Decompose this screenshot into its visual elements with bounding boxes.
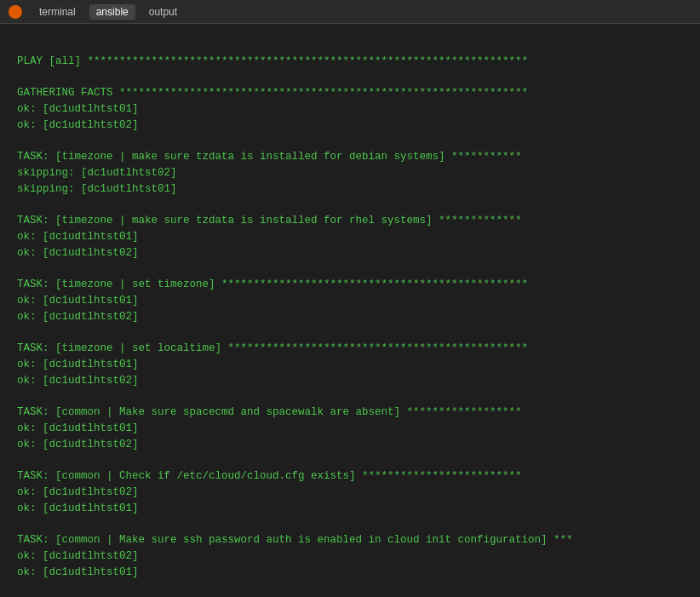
terminal-line	[17, 198, 683, 214]
terminal-line: ok: [dc1udtlhtst02]	[17, 437, 683, 453]
top-bar-tabs: terminal ansible output	[32, 4, 184, 20]
terminal-line: ok: [dc1udtlhtst01]	[17, 101, 683, 118]
terminal-line: ok: [dc1udtlhtst01]	[17, 293, 683, 309]
tab-ansible[interactable]: ansible	[89, 4, 135, 20]
terminal-line: ok: [dc1udtlhtst02]	[17, 373, 683, 389]
terminal-line	[17, 134, 683, 150]
terminal-line	[17, 261, 683, 278]
tab-terminal[interactable]: terminal	[32, 4, 83, 20]
terminal-line: ok: [dc1udtlhtst02]	[17, 548, 683, 565]
terminal-line: TASK: [common | Make sure spacecmd and s…	[17, 405, 683, 421]
terminal-line: GATHERING FACTS ************************…	[17, 85, 683, 101]
terminal-body: PLAY [all] *****************************…	[0, 24, 700, 597]
app-icon	[9, 5, 22, 19]
terminal-line	[17, 389, 683, 405]
terminal-line: ok: [dc1udtlhtst01]	[17, 421, 683, 437]
terminal-line	[17, 581, 683, 597]
terminal-line: ok: [dc1udtlhtst02]	[17, 118, 683, 134]
terminal-line: PLAY [all] *****************************…	[17, 54, 683, 70]
terminal-line: ok: [dc1udtlhtst02]	[17, 245, 683, 261]
terminal-line: TASK: [timezone | set timezone] ********…	[17, 277, 683, 293]
terminal-line	[17, 37, 683, 54]
terminal-line	[17, 70, 683, 86]
terminal-line	[17, 453, 683, 469]
terminal-line: TASK: [timezone | set localtime] *******…	[17, 341, 683, 357]
tab-output[interactable]: output	[142, 4, 184, 20]
terminal-line: skipping: [dc1udtlhtst02]	[17, 165, 683, 181]
terminal-line	[17, 517, 683, 533]
terminal-line: ok: [dc1udtlhtst02]	[17, 485, 683, 501]
terminal-line: ok: [dc1udtlhtst01]	[17, 501, 683, 517]
terminal-line: TASK: [common | Make sure ssh password a…	[17, 532, 683, 548]
terminal-line: ok: [dc1udtlhtst01]	[17, 565, 683, 581]
terminal-line: TASK: [timezone | make sure tzdata is in…	[17, 213, 683, 229]
terminal-line: ok: [dc1udtlhtst01]	[17, 229, 683, 245]
terminal-line: skipping: [dc1udtlhtst01]	[17, 181, 683, 198]
top-bar: terminal ansible output	[0, 0, 700, 24]
terminal-line: TASK: [common | Check if /etc/cloud/clou…	[17, 468, 683, 485]
terminal-line	[17, 325, 683, 342]
terminal-line: ok: [dc1udtlhtst01]	[17, 357, 683, 373]
terminal-line: TASK: [timezone | make sure tzdata is in…	[17, 149, 683, 165]
terminal-line: ok: [dc1udtlhtst02]	[17, 309, 683, 325]
